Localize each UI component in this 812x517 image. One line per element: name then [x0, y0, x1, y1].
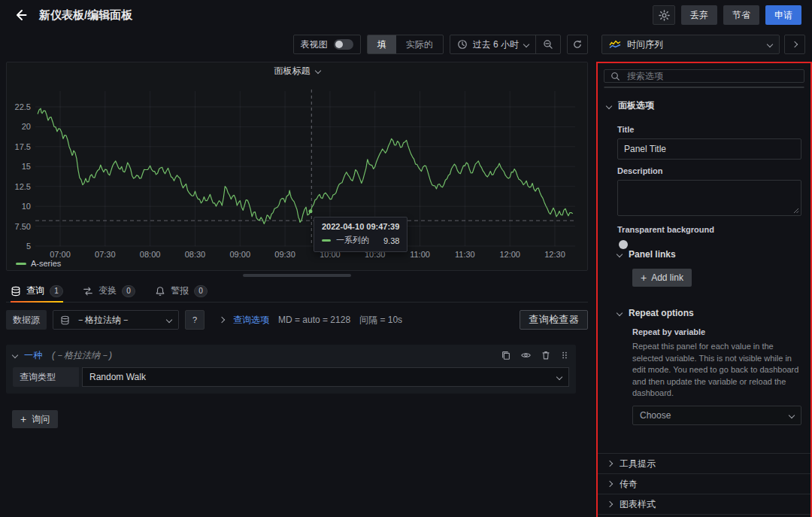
fit-mode-segmented: 填 实际的 — [367, 35, 444, 54]
resize-corner-icon[interactable] — [793, 208, 799, 214]
section-label: 工具提示 — [620, 458, 656, 470]
tab-query[interactable]: 查询 1 — [11, 280, 63, 302]
svg-text:11:30: 11:30 — [455, 250, 475, 259]
add-link-button[interactable]: Add link — [632, 269, 692, 287]
repeat-variable-placeholder: Choose — [640, 410, 671, 421]
fill-option[interactable]: 填 — [368, 35, 396, 53]
query-tabs: 查询 1 变换 0 警报 0 — [6, 280, 588, 303]
tab-alert-count: 0 — [194, 285, 208, 297]
panel-title-menu[interactable]: 面板标题 — [7, 62, 587, 79]
query-type-value: Random Walk — [89, 372, 146, 382]
legend-label: A-series — [31, 259, 61, 268]
tab-transform[interactable]: 变换 0 — [83, 280, 135, 302]
settings-button[interactable] — [653, 5, 675, 25]
svg-text:5: 5 — [26, 242, 31, 251]
zoom-out-icon — [543, 39, 553, 50]
table-view-label: 表视图 — [301, 38, 328, 51]
query-editor-card: 一种 (－格拉法纳－) — [6, 345, 576, 394]
panel-options-sidebar: 全部 覆盖 面板选项 Title Description Transparent… — [596, 62, 812, 517]
back-button[interactable] — [11, 5, 32, 26]
tooltip-timestamp: 2022-04-10 09:47:39 — [322, 222, 399, 231]
chart-tooltip: 2022-04-10 09:47:39 一系列的 9.38 — [314, 217, 408, 252]
add-query-button[interactable]: 询问 — [12, 410, 58, 428]
legend-swatch — [16, 263, 26, 265]
time-range-picker[interactable]: 过去 6 小时 — [450, 35, 535, 53]
section-label: 图表样式 — [620, 498, 656, 511]
time-controls: 过去 6 小时 — [450, 35, 561, 54]
datasource-help-button[interactable] — [185, 310, 205, 330]
datasource-select[interactable]: －格拉法纳－ — [53, 310, 179, 330]
repeat-options-section-header[interactable]: Repeat options — [617, 308, 801, 318]
panel-links-header-label: Panel links — [629, 249, 676, 260]
duplicate-query-button[interactable] — [501, 350, 511, 360]
svg-text:09:30: 09:30 — [274, 250, 295, 259]
section-graph-styles[interactable]: 图表样式 — [598, 494, 810, 514]
hide-query-button[interactable] — [520, 350, 532, 360]
panel-options-header-label: 面板选项 — [618, 99, 654, 112]
query-row-header[interactable]: 一种 (－格拉法纳－) — [6, 345, 576, 366]
chart-svg: 22.52017.51512.5107.50507:0007:3008:0008… — [7, 79, 587, 272]
section-tooltip[interactable]: 工具提示 — [598, 453, 810, 473]
table-view-toggle[interactable] — [334, 39, 353, 50]
tab-query-label: 查询 — [26, 284, 44, 297]
tab-alert-label: 警报 — [171, 284, 189, 297]
arrow-left-icon — [14, 8, 29, 23]
query-datasource: (－格拉法纳－) — [52, 349, 112, 362]
tab-transform-count: 0 — [122, 285, 135, 297]
svg-text:12:00: 12:00 — [499, 250, 520, 259]
svg-text:22.5: 22.5 — [15, 102, 31, 111]
drag-query-handle[interactable] — [560, 350, 569, 360]
discard-button[interactable]: 丢弃 — [681, 5, 717, 25]
query-inspector-button[interactable]: 查询检查器 — [520, 310, 588, 330]
time-range-label: 过去 6 小时 — [473, 38, 519, 51]
visualization-picker[interactable]: 时间序列 — [601, 35, 780, 54]
query-options-md: MD = auto = 2128 — [278, 315, 350, 325]
title-label: Title — [617, 125, 801, 134]
repeat-variable-select[interactable]: Choose — [632, 406, 801, 425]
chevron-right-icon — [792, 41, 798, 47]
timeseries-chart[interactable]: 22.52017.51512.5107.50507:0007:3008:0008… — [7, 79, 587, 270]
drag-handle-icon — [560, 350, 569, 360]
panel-options-section-header[interactable]: 面板选项 — [598, 88, 810, 118]
delete-query-button[interactable] — [541, 350, 551, 360]
save-button[interactable]: 节省 — [723, 5, 759, 25]
query-options-interval: 间隔 = 10s — [359, 314, 402, 327]
chevron-down-icon — [789, 412, 795, 418]
copy-icon — [501, 350, 511, 360]
zoom-out-button[interactable] — [535, 35, 560, 53]
toolbar-left: 表视图 填 实际的 过去 6 小时 — [0, 35, 594, 54]
section-axis[interactable]: 轴 — [598, 514, 810, 517]
main-area: 面板标题 22.52017.51512.5107.50507:0007:3008… — [0, 62, 594, 517]
section-legend[interactable]: 传奇 — [598, 473, 810, 494]
chevron-right-icon — [607, 461, 613, 467]
eye-icon — [520, 350, 532, 360]
tab-alert[interactable]: 警报 0 — [155, 280, 208, 302]
plus-icon — [641, 272, 647, 284]
transparent-bg-label: Transparent background — [617, 225, 801, 234]
query-options-link[interactable]: 查询选项 — [233, 314, 269, 327]
actual-option[interactable]: 实际的 — [396, 35, 443, 53]
query-name[interactable]: 一种 — [24, 349, 42, 362]
query-type-select[interactable]: Random Walk — [82, 367, 569, 387]
svg-text:12.5: 12.5 — [15, 182, 31, 191]
add-link-label: Add link — [651, 272, 683, 283]
svg-text:7.50: 7.50 — [15, 222, 31, 231]
refresh-button[interactable] — [567, 35, 588, 54]
collapse-options-button[interactable] — [784, 35, 805, 54]
svg-text:20: 20 — [22, 122, 31, 131]
description-textarea[interactable] — [617, 180, 801, 216]
tooltip-series-name: 一系列的 — [336, 235, 369, 246]
top-bar: 新仪表板/编辑面板 丢弃 节省 申请 — [0, 0, 812, 30]
database-icon — [11, 286, 21, 297]
tab-query-count: 1 — [50, 285, 63, 297]
legend-item[interactable]: A-series — [16, 259, 61, 268]
apply-button[interactable]: 申请 — [765, 5, 801, 25]
chevron-down-icon — [12, 352, 18, 358]
tooltip-value: 9.38 — [383, 236, 399, 245]
panel-title-input[interactable] — [617, 138, 801, 160]
resize-handle[interactable] — [243, 274, 351, 277]
datasource-row: 数据源 －格拉法纳－ 查询选项 MD = auto = 2128 间隔 = 10… — [6, 310, 588, 330]
options-search-input[interactable] — [626, 70, 798, 82]
collapsed-sections: 工具提示 传奇 图表样式 轴 标准选项 — [598, 453, 810, 517]
panel-links-section-header[interactable]: Panel links — [617, 249, 801, 260]
